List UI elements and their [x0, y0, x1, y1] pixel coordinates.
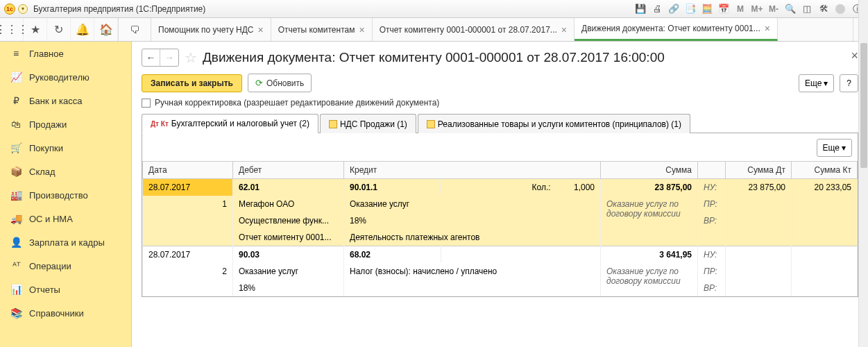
editor-tab-label: Помощник по учету НДС	[158, 25, 253, 35]
table-row[interactable]: 1 Мегафон ОАО Оказание услуг Оказание ус…	[143, 196, 858, 212]
cell-sum-desc: Оказание услуг по договору комиссии	[601, 263, 698, 296]
cell-debit-sub3: Отчет комитенту 0001...	[233, 229, 344, 246]
col-sumdt[interactable]: Сумма Дт	[726, 162, 792, 179]
sidebar-item[interactable]: 📈Руководителю	[0, 65, 131, 89]
table-row[interactable]: 18% ВР:	[143, 280, 858, 296]
sidebar-label: Зарплата и кадры	[29, 237, 105, 248]
editor-tab[interactable]: Отчеты комитентам×	[271, 18, 373, 41]
accounting-table: Дата Дебет Кредит Сумма Сумма Дт Сумма К…	[142, 161, 858, 296]
mem-m-icon[interactable]: M	[733, 2, 747, 16]
col-date[interactable]: Дата	[143, 162, 233, 179]
col-sumkt[interactable]: Сумма Кт	[792, 162, 858, 179]
col-debit[interactable]: Дебет	[233, 162, 344, 179]
sections-menu-icon[interactable]: ⋮⋮⋮	[0, 18, 24, 41]
cell-debit-sub2: Осуществление функ...	[233, 212, 344, 229]
conversations-icon-tab[interactable]: 🗨	[119, 18, 151, 41]
save-and-close-button[interactable]: Записать и закрыть	[142, 74, 242, 92]
sidebar-label: Продажи	[29, 119, 67, 130]
sidebar-item[interactable]: 🚚ОС и НМА	[0, 207, 131, 230]
refresh-button[interactable]: ⟳ Обновить	[248, 74, 312, 92]
print-icon[interactable]: 🖨	[650, 2, 664, 16]
sidebar-item[interactable]: 👤Зарплата и кадры	[0, 230, 131, 254]
calc-icon[interactable]: 🧮	[700, 2, 714, 16]
user-icon[interactable]	[833, 2, 847, 16]
favorite-star-icon[interactable]: ☆	[185, 49, 197, 66]
close-icon[interactable]: ×	[359, 24, 364, 35]
sidebar-item[interactable]: 📦Склад	[0, 160, 131, 183]
more-button[interactable]: Еще▾	[799, 74, 834, 92]
tools-icon[interactable]: 🛠	[817, 2, 831, 16]
manual-correction-checkbox[interactable]	[142, 99, 151, 108]
close-icon[interactable]: ×	[561, 24, 567, 35]
search-icon[interactable]: 🔍	[783, 2, 797, 16]
conversation-icon: 🗨	[126, 24, 144, 35]
sidebar-item[interactable]: ᴬᵀОперации	[0, 254, 131, 278]
col-credit[interactable]: Кредит	[344, 162, 601, 179]
col-sum[interactable]: Сумма	[601, 162, 698, 179]
sidebar-icon: 📈	[10, 71, 22, 83]
table-row[interactable]: Осуществление функ... 18% ВР:	[143, 212, 858, 229]
sidebar-item[interactable]: 📊Отчеты	[0, 278, 131, 301]
table-row[interactable]: Отчет комитенту 0001... Деятельность пла…	[143, 229, 858, 246]
close-icon[interactable]: ×	[851, 49, 858, 63]
sidebar-item[interactable]: ≡Главное	[0, 42, 131, 65]
compare-icon[interactable]: 📑	[683, 2, 697, 16]
cell-n: 2	[143, 263, 233, 280]
cell-credit-sub2: 18%	[344, 212, 601, 229]
cell-credit-sub2	[344, 280, 601, 296]
vertical-scrollbar[interactable]	[858, 0, 868, 347]
close-icon[interactable]: ×	[257, 24, 263, 35]
help-button[interactable]: ?	[840, 74, 858, 92]
table-row[interactable]: 28.07.2017 90.03 68.02 3 641,95 НУ:	[143, 246, 858, 264]
nav-back-button[interactable]: ←	[142, 49, 160, 66]
cell-pr-label: ПР:	[698, 196, 726, 212]
link-icon[interactable]: 🔗	[667, 2, 681, 16]
mem-mminus-icon[interactable]: M-	[767, 2, 781, 16]
cell-vr-label: ВР:	[698, 212, 726, 229]
dtk-icon: Дт Кт	[151, 121, 169, 126]
cell-sumkt: 20 233,05	[792, 179, 858, 196]
sidebar-item[interactable]: 🏭Производство	[0, 183, 131, 207]
cell-qty: Кол.: 1,000	[441, 179, 601, 196]
cell-nu-label: НУ:	[698, 246, 726, 264]
sidebar-label: ОС и НМА	[29, 214, 73, 224]
favorites-icon[interactable]: ★	[24, 18, 47, 41]
cell-date: 28.07.2017	[143, 246, 233, 264]
history-icon[interactable]: ↻	[47, 18, 71, 41]
save-icon[interactable]: 💾	[633, 2, 647, 16]
cell-sumdt	[726, 246, 792, 264]
editor-tab[interactable]: Отчет комитенту 0001-000001 от 28.07.201…	[373, 18, 575, 41]
sidebar-icon: 🏭	[10, 189, 22, 201]
editor-tab[interactable]: Помощник по учету НДС×	[151, 18, 271, 41]
sidebar-item[interactable]: 🛒Покупки	[0, 136, 131, 160]
cell-debit-acc: 90.03	[233, 246, 344, 264]
close-icon[interactable]: ×	[765, 23, 770, 34]
sidebar-item[interactable]: ₽Банк и касса	[0, 89, 131, 112]
section-tab[interactable]: Дт КтБухгалтерский и налоговый учет (2)	[142, 114, 318, 133]
panel-icon[interactable]: ◫	[800, 2, 814, 16]
section-tab[interactable]: Реализованные товары и услуги комитентов…	[418, 114, 690, 133]
app-menu-dropdown-icon[interactable]: ▾	[18, 4, 28, 14]
mem-mplus-icon[interactable]: M+	[750, 2, 764, 16]
table-row[interactable]: 2 Оказание услуг Налог (взносы): начисле…	[143, 263, 858, 280]
sidebar-item[interactable]: 🛍Продажи	[0, 112, 131, 136]
cell-pr-label: ПР:	[698, 263, 726, 280]
sidebar-icon: 👤	[10, 237, 22, 248]
cell-credit-sub3: Деятельность платежных агентов	[344, 229, 601, 246]
editor-tab-label: Отчеты комитентам	[278, 25, 355, 35]
editor-tab-label: Отчет комитенту 0001-000001 от 28.07.201…	[380, 25, 557, 35]
table-row[interactable]: 28.07.2017 62.01 90.01.1 Кол.: 1,000 23 …	[143, 179, 858, 196]
col-flag[interactable]	[698, 162, 726, 179]
title-bar: 1c ▾ Бухгалтерия предприятия (1С:Предпри…	[0, 0, 868, 18]
notifications-icon[interactable]: 🔔	[71, 18, 94, 41]
sidebar-label: Производство	[29, 190, 88, 201]
cell-nu-label: НУ:	[698, 179, 726, 196]
editor-tab[interactable]: Движения документа: Отчет комитенту 0001…	[575, 18, 778, 41]
sidebar-icon: ₽	[10, 95, 22, 106]
calendar-icon[interactable]: 📅	[717, 2, 731, 16]
cell-sumkt	[792, 246, 858, 264]
home-icon[interactable]: 🏠	[94, 18, 118, 41]
section-tab[interactable]: НДС Продажи (1)	[320, 114, 416, 133]
sidebar-item[interactable]: 📚Справочники	[0, 301, 131, 325]
grid-more-button[interactable]: Еще▾	[817, 139, 852, 157]
